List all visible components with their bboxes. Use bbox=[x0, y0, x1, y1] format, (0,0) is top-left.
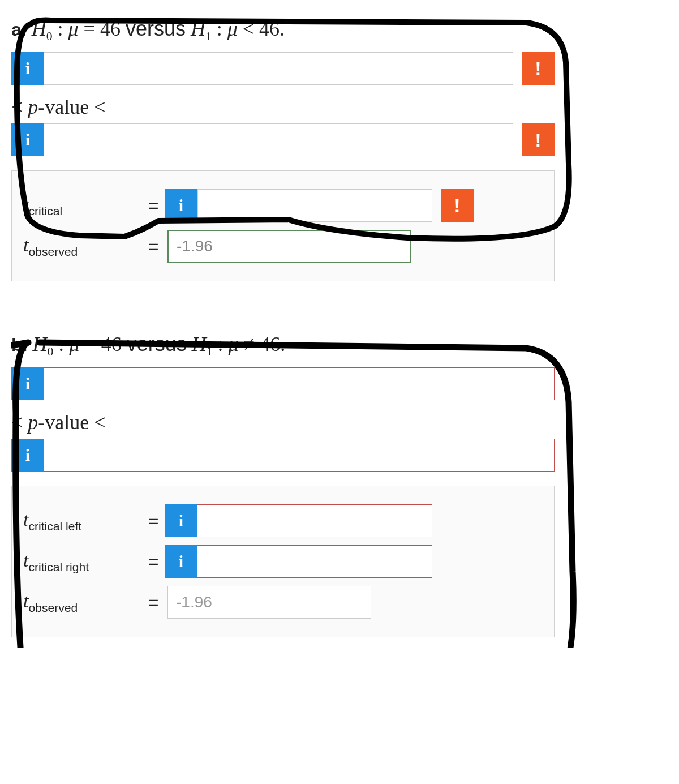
pvalue-upper-a[interactable] bbox=[44, 123, 513, 156]
pvalue-upper-b[interactable] bbox=[44, 439, 555, 472]
tcritical-input-a[interactable] bbox=[197, 189, 432, 222]
equals-sign: = bbox=[142, 592, 165, 613]
alert-button-tcrit-a[interactable]: ! bbox=[441, 189, 474, 222]
tobserved-label-b: tobserved bbox=[23, 590, 142, 615]
info-button-a1[interactable]: i bbox=[11, 52, 44, 85]
tcritical-right-label: tcritical right bbox=[23, 550, 142, 574]
pvalue-label-b: < p-value < bbox=[11, 410, 555, 434]
tcritical-label-a: tcritical bbox=[23, 194, 142, 218]
info-button-tcritleft-b[interactable]: i bbox=[165, 504, 197, 537]
equals-sign: = bbox=[142, 195, 165, 216]
tobserved-input-a[interactable] bbox=[167, 230, 411, 263]
pvalue-label-a: < p-value < bbox=[11, 95, 555, 119]
equals-sign: = bbox=[142, 236, 165, 257]
info-button-b1[interactable]: i bbox=[11, 367, 44, 400]
pvalue-lower-a[interactable] bbox=[44, 52, 513, 85]
equals-sign: = bbox=[142, 511, 165, 532]
pvalue-lower-b[interactable] bbox=[44, 367, 555, 400]
tobserved-label-a: tobserved bbox=[23, 234, 142, 259]
tcritical-right-input-b[interactable] bbox=[197, 545, 432, 578]
hypothesis-a: a. H0 : μ = 46 versus H1 : μ < 46. bbox=[11, 17, 555, 44]
info-button-a2[interactable]: i bbox=[11, 123, 44, 156]
equals-sign: = bbox=[142, 551, 165, 572]
info-button-tcritright-b[interactable]: i bbox=[165, 545, 197, 578]
tcritical-left-label: tcritical left bbox=[23, 509, 142, 533]
alert-button-a1[interactable]: ! bbox=[522, 52, 555, 85]
hypothesis-b: b. H0 : μ = 46 versus H1 : μ ≠ 46. bbox=[11, 332, 555, 359]
info-button-tcrit-a[interactable]: i bbox=[165, 189, 197, 222]
alert-button-a2[interactable]: ! bbox=[522, 123, 555, 156]
info-button-b2[interactable]: i bbox=[11, 439, 44, 472]
tobserved-input-b[interactable] bbox=[167, 586, 371, 619]
results-box-a: tcritical = i ! tobserved = bbox=[11, 170, 555, 281]
tcritical-left-input-b[interactable] bbox=[197, 504, 432, 537]
results-box-b: tcritical left = i tcritical right = i bbox=[11, 486, 555, 637]
